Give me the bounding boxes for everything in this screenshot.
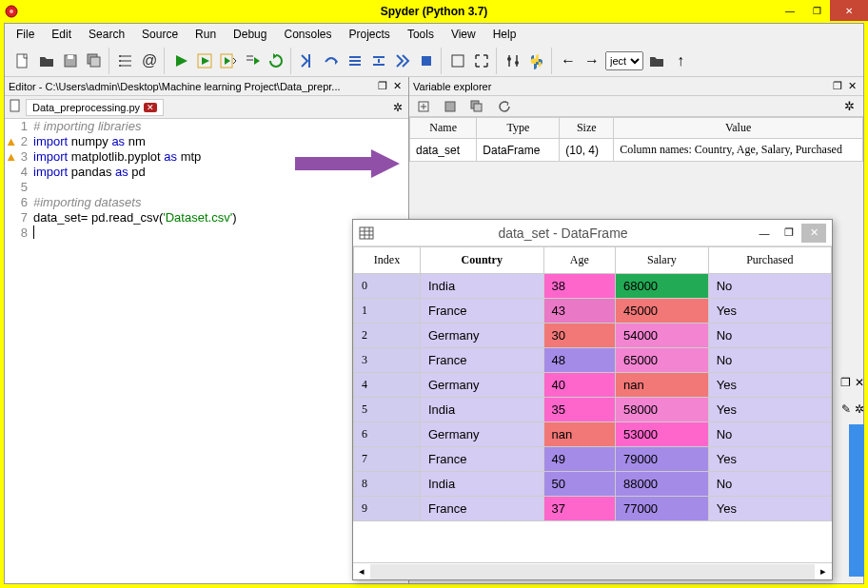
df-cell[interactable]: Yes [708,447,831,472]
df-cell[interactable]: Yes [708,373,831,398]
df-cell[interactable]: 38 [543,274,615,299]
df-header[interactable]: Index [354,247,421,274]
df-minimize-button[interactable]: — [752,224,777,243]
menu-edit[interactable]: Edit [44,26,79,43]
df-cell[interactable]: No [708,274,831,299]
editor-close-icon[interactable]: ✕ [390,80,404,92]
editor-undock-icon[interactable]: ❐ [375,80,390,92]
debug-stop-icon[interactable] [416,50,437,71]
df-close-button[interactable]: ✕ [801,224,826,243]
forward-icon[interactable]: → [582,50,602,71]
df-cell[interactable]: India [421,398,544,422]
df-cell[interactable]: 54000 [615,323,708,348]
menu-projects[interactable]: Projects [342,26,398,43]
run-selection-icon[interactable] [242,50,263,71]
menu-consoles[interactable]: Consoles [276,26,339,43]
ve-import-icon[interactable] [413,96,434,117]
sd-undock-icon[interactable]: ❐ [840,376,851,389]
sd-tool2-icon[interactable]: ✲ [855,402,864,416]
code-editor[interactable]: 1# importing libraries ▲ 2import numpy a… [5,119,408,583]
df-cell[interactable]: 49 [543,447,615,472]
df-header[interactable]: Age [543,247,615,274]
df-cell[interactable]: 43 [543,299,615,323]
df-cell[interactable]: 53000 [615,422,708,447]
menu-help[interactable]: Help [485,26,524,43]
side-scrollbar[interactable] [849,424,864,577]
sd-tool1-icon[interactable]: ✎ [841,402,851,416]
parent-dir-icon[interactable]: ↑ [670,50,691,71]
df-row[interactable]: 3France4865000No [354,348,832,373]
debug-stepin-icon[interactable] [345,50,365,71]
ve-saveas-icon[interactable] [466,96,487,117]
browse-dir-icon[interactable] [646,50,667,71]
df-row[interactable]: 9France3777000Yes [354,497,832,521]
scroll-right-icon[interactable]: ▸ [815,565,832,578]
ve-close-icon[interactable]: ✕ [845,80,859,92]
outline-icon[interactable] [115,50,136,71]
sd-close-icon[interactable]: ✕ [855,376,864,389]
ve-options-icon[interactable]: ✲ [838,96,859,117]
save-all-icon[interactable] [84,50,105,71]
run-icon[interactable] [170,50,191,71]
df-cell[interactable]: 65000 [615,348,708,373]
editor-options-icon[interactable]: ✲ [387,101,408,114]
menu-source[interactable]: Source [134,26,186,43]
df-cell[interactable]: France [421,497,544,521]
df-row[interactable]: 4Germany40nanYes [354,373,832,398]
df-cell[interactable]: No [708,323,831,348]
df-cell[interactable]: 37 [543,497,615,521]
menu-search[interactable]: Search [81,26,132,43]
df-cell[interactable]: 35 [543,398,615,422]
debug-step-icon[interactable] [297,50,318,71]
df-cell[interactable]: 58000 [615,398,708,422]
df-row[interactable]: 8India5088000No [354,472,832,497]
df-row[interactable]: 6Germanynan53000No [354,422,832,447]
df-header[interactable]: Purchased [708,247,831,274]
ve-refresh-icon[interactable] [493,96,514,117]
df-header[interactable]: Salary [615,247,708,274]
variable-row[interactable]: data_set DataFrame (10, 4) Column names:… [410,139,863,162]
debug-stepover-icon[interactable] [321,50,342,71]
df-horizontal-scrollbar[interactable]: ◂ ▸ [353,562,832,579]
df-cell[interactable]: No [708,422,831,447]
df-cell[interactable]: India [421,472,544,497]
run-cell-advance-icon[interactable] [218,50,239,71]
df-cell[interactable]: France [421,447,544,472]
df-cell[interactable]: 88000 [615,472,708,497]
scroll-left-icon[interactable]: ◂ [353,565,370,578]
df-row[interactable]: 2Germany3054000No [354,323,832,348]
df-cell[interactable]: Germany [421,373,544,398]
file-tab[interactable]: Data_preprocessing.py ✕ [26,99,164,116]
new-tab-icon[interactable] [5,99,26,116]
df-cell[interactable]: France [421,348,544,373]
window-maximize-button[interactable]: ❐ [803,0,830,21]
ve-save-icon[interactable] [440,96,461,117]
df-cell[interactable]: 30 [543,323,615,348]
debug-stepout-icon[interactable] [368,50,389,71]
python-path-icon[interactable] [526,50,547,71]
run-cell-icon[interactable] [194,50,215,71]
tab-close-icon[interactable]: ✕ [144,103,157,112]
df-cell[interactable]: Yes [708,299,831,323]
menu-file[interactable]: File [9,26,42,43]
df-cell[interactable]: 50 [543,472,615,497]
df-row[interactable]: 0India3868000No [354,274,832,299]
df-cell[interactable]: 77000 [615,497,708,521]
df-cell[interactable]: Germany [421,323,544,348]
df-cell[interactable]: 68000 [615,274,708,299]
df-cell[interactable]: nan [615,373,708,398]
menu-tools[interactable]: Tools [400,26,442,43]
menu-run[interactable]: Run [187,26,224,43]
df-row[interactable]: 5India3558000Yes [354,398,832,422]
df-row[interactable]: 1France4345000Yes [354,299,832,323]
fullscreen-icon[interactable] [471,50,492,71]
df-cell[interactable]: Yes [708,398,831,422]
maximize-pane-icon[interactable] [447,50,468,71]
df-header[interactable]: Country [421,247,544,274]
df-cell[interactable]: No [708,472,831,497]
window-minimize-button[interactable]: — [777,0,803,21]
df-cell[interactable]: India [421,274,544,299]
menu-debug[interactable]: Debug [226,26,274,43]
window-close-button[interactable]: ✕ [830,0,868,21]
preferences-icon[interactable] [503,50,523,71]
